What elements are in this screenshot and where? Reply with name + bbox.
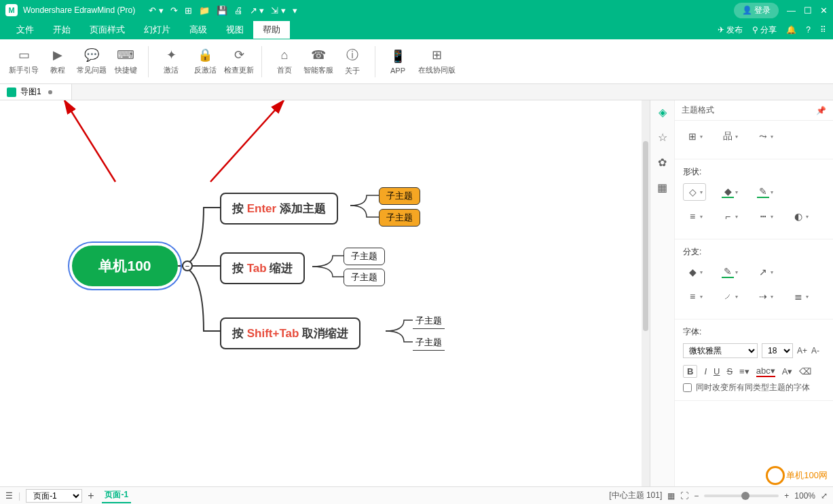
mindmap-subtopic[interactable]: 子主题 <box>344 248 385 265</box>
panel-pin-icon[interactable]: 📌 <box>816 106 826 115</box>
fullscreen[interactable]: ⤢ <box>821 491 828 501</box>
mindmap-subtopic[interactable]: 子主题 <box>379 187 420 205</box>
branch-arrow[interactable]: ↗▾ <box>754 263 777 281</box>
add-page[interactable]: + <box>88 490 94 502</box>
menu-file[interactable]: 文件 <box>7 21 43 39</box>
text-color-button[interactable]: abc▾ <box>756 366 775 377</box>
branch-fill[interactable]: ◆▾ <box>683 263 706 281</box>
zoom-in[interactable]: + <box>784 491 789 501</box>
close-button[interactable]: ✕ <box>820 5 828 16</box>
mindmap-subtopic[interactable]: 子主题 <box>379 209 420 227</box>
side-tab-star[interactable]: ☆ <box>658 131 667 144</box>
ribbon-activate[interactable]: ✦激活 <box>154 47 188 75</box>
qat-redo[interactable]: ↷ <box>170 5 178 16</box>
line-weight[interactable]: ≡▾ <box>683 208 706 225</box>
qat-export[interactable]: ↗ ▾ <box>250 5 265 16</box>
mindmap-root-node[interactable]: 单机100 <box>72 246 178 286</box>
ribbon-guide[interactable]: ▭新手引导 <box>7 47 41 75</box>
branch-weight[interactable]: ≡▾ <box>683 288 706 305</box>
fill-color[interactable]: ◆▾ <box>718 183 741 201</box>
side-tab-clover[interactable]: ✿ <box>658 156 667 169</box>
italic-button[interactable]: I <box>704 366 707 376</box>
qat-undo[interactable]: ↶ ▾ <box>149 5 164 16</box>
corner-style[interactable]: ⌐▾ <box>718 208 741 225</box>
vertical-scrollbar[interactable] <box>642 100 650 486</box>
branch-color[interactable]: ✎▾ <box>718 263 741 281</box>
shadow[interactable]: ◐▾ <box>789 208 812 225</box>
mindmap-node-enter[interactable]: 按 Enter 添加主题 <box>220 193 338 225</box>
ribbon-tutorial[interactable]: ▶教程 <box>41 47 75 75</box>
menu-home[interactable]: 开始 <box>43 21 80 39</box>
minimize-button[interactable]: — <box>787 5 796 16</box>
structure-button[interactable]: 品▾ <box>718 128 741 145</box>
qat-open[interactable]: 📁 <box>199 5 210 16</box>
highlight-button[interactable]: A▾ <box>782 366 793 376</box>
page-select[interactable]: 页面-1 <box>26 489 82 503</box>
doc-tab-label: 导图1 <box>20 86 41 98</box>
menu-help[interactable]: 帮助 <box>253 21 290 39</box>
layout-button[interactable]: ⊞▾ <box>683 128 706 145</box>
strike-button[interactable]: S <box>726 366 733 376</box>
page-tab[interactable]: 页面-1 <box>102 488 131 503</box>
dash-style[interactable]: ┅▾ <box>754 208 777 225</box>
apply-all-checkbox[interactable] <box>683 383 692 392</box>
ribbon-update[interactable]: ⟳检查更新 <box>222 47 256 75</box>
bold-button[interactable]: B <box>683 365 697 378</box>
font-family-select[interactable]: 微软雅黑 <box>683 343 758 358</box>
font-size-select[interactable]: 18 <box>762 343 793 358</box>
zoom-slider[interactable] <box>704 495 779 497</box>
ribbon-shortcuts[interactable]: ⌨快捷键 <box>109 47 143 75</box>
ribbon-deactivate[interactable]: 🔒反激活 <box>188 47 222 75</box>
side-tab-calendar[interactable]: ▦ <box>657 181 667 194</box>
qat-share[interactable]: ⇲ ▾ <box>271 5 286 16</box>
maximize-button[interactable]: ☐ <box>804 5 812 16</box>
publish-button[interactable]: ✈ 发布 <box>718 24 743 36</box>
ribbon-app[interactable]: 📱APP <box>381 47 415 75</box>
mindmap-subtopic[interactable]: 子主题 <box>344 269 385 286</box>
font-smaller[interactable]: A- <box>811 346 819 355</box>
branch-curve[interactable]: ⟋▾ <box>718 288 741 305</box>
menu-slideshow[interactable]: 幻灯片 <box>134 21 180 39</box>
ribbon-about[interactable]: ⓘ关于 <box>335 47 369 76</box>
login-button[interactable]: 👤 登录 <box>734 3 779 18</box>
ribbon-home[interactable]: ⌂首页 <box>267 47 301 76</box>
clear-format-button[interactable]: ⌫ <box>799 366 811 376</box>
side-tab-style[interactable]: ◈ <box>659 106 667 119</box>
canvas[interactable]: 单机100 − 按 Enter 添加主题 子主题 子主题 按 Tab 缩进 子主… <box>0 100 650 486</box>
notification-icon[interactable]: 🔔 <box>786 25 796 35</box>
menu-page-style[interactable]: 页面样式 <box>80 21 134 39</box>
mindmap-subtopic[interactable]: 子主题 <box>413 315 445 329</box>
zoom-out[interactable]: − <box>694 491 699 501</box>
help-icon[interactable]: ? <box>806 25 811 35</box>
collapse-toggle[interactable]: − <box>182 260 193 271</box>
ribbon-support[interactable]: ☎智能客服 <box>301 47 335 76</box>
ribbon-collab[interactable]: ⊞在线协同版 <box>415 47 458 75</box>
menu-view[interactable]: 视图 <box>217 21 253 39</box>
document-tab[interactable]: 导图1 <box>0 84 72 100</box>
connector-button[interactable]: ⤳▾ <box>754 128 777 145</box>
view-fit[interactable]: ⛶ <box>680 491 688 501</box>
outline-toggle[interactable]: ☰ <box>5 491 13 501</box>
mindmap-subtopic[interactable]: 子主题 <box>413 336 445 351</box>
qat-print[interactable]: 🖨 <box>234 5 243 16</box>
qat-save[interactable]: 💾 <box>217 5 227 16</box>
font-bigger[interactable]: A+ <box>797 346 807 355</box>
branch-dash[interactable]: ⇢▾ <box>754 288 777 305</box>
ribbon: ▭新手引导 ▶教程 💬常见问题 ⌨快捷键 ✦激活 🔒反激活 ⟳检查更新 ⌂首页 … <box>0 39 833 84</box>
underline-button[interactable]: U <box>714 366 720 376</box>
zoom-value[interactable]: 100% <box>794 491 815 501</box>
apps-icon[interactable]: ⠿ <box>820 25 826 35</box>
menu-advanced[interactable]: 高级 <box>180 21 217 39</box>
mindmap-node-tab[interactable]: 按 Tab 缩进 <box>220 252 305 284</box>
align-button[interactable]: ≡▾ <box>739 366 749 376</box>
branch-end[interactable]: ≣▾ <box>789 288 812 305</box>
qat-more[interactable]: ▾ <box>293 5 297 16</box>
share-button[interactable]: ⚲ 分享 <box>752 24 777 36</box>
view-grid[interactable]: ▦ <box>667 491 675 501</box>
qat-new[interactable]: ⊞ <box>185 5 192 16</box>
mindmap-node-shift-tab[interactable]: 按 Shift+Tab 取消缩进 <box>220 317 360 349</box>
border-color[interactable]: ✎▾ <box>754 183 777 201</box>
ribbon-faq[interactable]: 💬常见问题 <box>75 47 109 75</box>
svg-line-1 <box>210 100 284 182</box>
shape-style[interactable]: ◇▾ <box>683 183 706 201</box>
